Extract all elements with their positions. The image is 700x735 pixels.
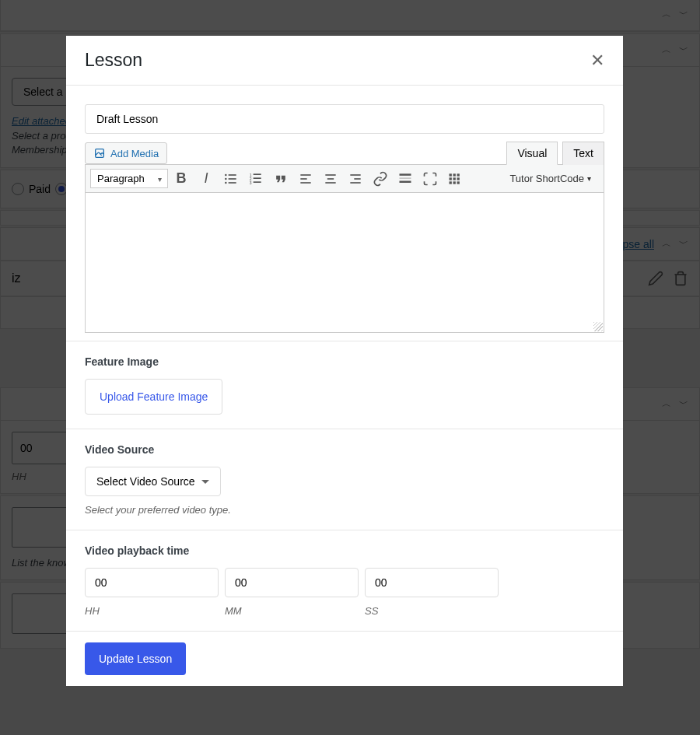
ss-label: SS bbox=[365, 605, 499, 617]
video-source-select[interactable]: Select Video Source bbox=[85, 467, 221, 496]
bold-button[interactable]: B bbox=[170, 167, 193, 190]
svg-text:3: 3 bbox=[250, 180, 252, 184]
resize-handle[interactable] bbox=[593, 322, 603, 331]
mm-label: MM bbox=[225, 605, 359, 617]
modal-title: Lesson bbox=[85, 50, 142, 71]
time-ss-input[interactable] bbox=[365, 568, 499, 597]
svg-rect-5 bbox=[229, 182, 236, 184]
svg-rect-26 bbox=[457, 173, 460, 176]
svg-rect-23 bbox=[400, 180, 411, 183]
svg-rect-24 bbox=[450, 173, 452, 176]
feature-image-label: Feature Image bbox=[85, 355, 604, 368]
align-left-button[interactable] bbox=[294, 167, 317, 190]
svg-point-2 bbox=[225, 177, 227, 180]
bullet-list-button[interactable] bbox=[219, 167, 243, 190]
fullscreen-button[interactable] bbox=[418, 167, 442, 190]
svg-rect-21 bbox=[400, 173, 411, 176]
svg-rect-30 bbox=[450, 181, 452, 184]
video-source-help: Select your preferred video type. bbox=[85, 504, 604, 516]
svg-rect-31 bbox=[453, 181, 456, 184]
svg-rect-11 bbox=[254, 181, 261, 183]
feature-image-section: Feature Image Upload Feature Image bbox=[66, 341, 623, 429]
svg-point-0 bbox=[225, 173, 227, 176]
modal-header: Lesson ✕ bbox=[66, 36, 623, 86]
editor-toolbar: Paragraph B I 123 Tutor ShortCode bbox=[85, 164, 604, 193]
hh-label: HH bbox=[85, 605, 219, 617]
svg-rect-32 bbox=[457, 181, 460, 184]
video-source-label: Video Source bbox=[85, 443, 604, 456]
svg-rect-22 bbox=[400, 177, 411, 179]
close-icon[interactable]: ✕ bbox=[590, 51, 604, 71]
update-lesson-button[interactable]: Update Lesson bbox=[85, 642, 186, 675]
upload-feature-image-button[interactable]: Upload Feature Image bbox=[85, 379, 222, 415]
media-icon bbox=[93, 147, 106, 159]
modal-footer: Update Lesson bbox=[66, 631, 623, 686]
blockquote-button[interactable] bbox=[269, 167, 292, 190]
add-media-button[interactable]: Add Media bbox=[85, 142, 167, 164]
svg-rect-3 bbox=[229, 178, 236, 180]
video-source-section: Video Source Select Video Source Select … bbox=[66, 429, 623, 530]
editor-content[interactable] bbox=[85, 193, 604, 333]
numbered-list-button[interactable]: 123 bbox=[244, 167, 268, 190]
align-right-button[interactable] bbox=[344, 167, 367, 190]
tab-text[interactable]: Text bbox=[562, 142, 604, 165]
shortcode-dropdown[interactable]: Tutor ShortCode bbox=[502, 168, 599, 189]
align-center-button[interactable] bbox=[319, 167, 342, 190]
svg-rect-25 bbox=[453, 173, 456, 176]
svg-rect-7 bbox=[254, 173, 261, 175]
read-more-button[interactable] bbox=[394, 167, 417, 190]
time-hh-input[interactable] bbox=[85, 568, 219, 597]
svg-rect-29 bbox=[457, 177, 460, 180]
time-mm-input[interactable] bbox=[225, 568, 359, 597]
toolbar-toggle-button[interactable] bbox=[443, 167, 467, 190]
italic-button[interactable]: I bbox=[194, 167, 218, 190]
link-button[interactable] bbox=[369, 167, 392, 190]
svg-point-4 bbox=[225, 181, 227, 184]
lesson-modal: Lesson ✕ Add Media Visual Text Paragra bbox=[66, 36, 623, 686]
playback-time-label: Video playback time bbox=[85, 544, 604, 557]
format-select[interactable]: Paragraph bbox=[90, 169, 168, 188]
modal-body: Add Media Visual Text Paragraph B I 123 bbox=[66, 86, 623, 686]
svg-rect-9 bbox=[254, 177, 261, 179]
svg-rect-27 bbox=[450, 177, 452, 180]
tab-visual[interactable]: Visual bbox=[506, 142, 558, 165]
lesson-title-input[interactable] bbox=[85, 104, 604, 134]
svg-rect-1 bbox=[229, 174, 236, 176]
playback-time-section: Video playback time HH MM SS bbox=[66, 530, 623, 631]
editor-wrap: Add Media Visual Text Paragraph B I 123 bbox=[85, 142, 604, 333]
svg-rect-28 bbox=[453, 177, 456, 180]
